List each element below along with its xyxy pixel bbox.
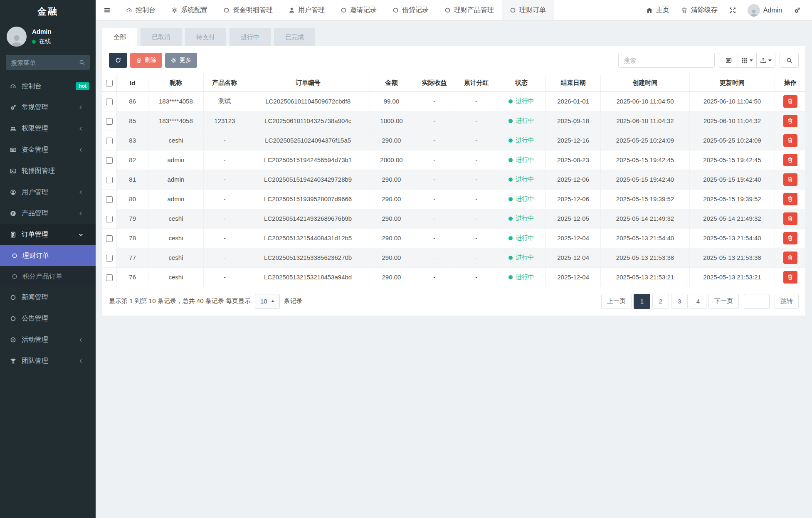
home-link[interactable]: 主页 bbox=[646, 6, 669, 15]
row-checkbox[interactable] bbox=[106, 157, 113, 164]
row-checkbox[interactable] bbox=[106, 216, 113, 222]
cell-actions bbox=[775, 91, 805, 111]
detail-view-button[interactable] bbox=[719, 53, 738, 68]
cell-updated-at: 2025-05-14 21:49:32 bbox=[689, 209, 775, 228]
orders-table: Id昵称产品名称订单编号金额实际收益累计分红状态结束日期创建时间更新时间操作 8… bbox=[102, 74, 805, 287]
topnav-tab[interactable]: 系统配置 bbox=[163, 0, 215, 20]
topnav-tab[interactable]: 资金明细管理 bbox=[215, 0, 281, 20]
jump-button[interactable]: 跳转 bbox=[775, 294, 799, 309]
cell-id: 85 bbox=[117, 111, 148, 131]
cell-status: 进行中 bbox=[497, 209, 546, 228]
sidebar-item[interactable]: 资金管理 bbox=[0, 139, 96, 160]
status-dot-icon bbox=[508, 217, 513, 221]
clear-cache-link[interactable]: 清除缓存 bbox=[681, 6, 718, 15]
delete-row-button[interactable] bbox=[783, 193, 797, 205]
cell-cumulative-dividend: - bbox=[456, 111, 497, 131]
sidebar-item[interactable]: 公告管理 bbox=[0, 308, 96, 329]
cell-product-name: - bbox=[203, 150, 246, 170]
sidebar-item[interactable]: 轮播图管理 bbox=[0, 160, 96, 182]
page-number-button[interactable]: 1 bbox=[634, 294, 650, 309]
search-icon[interactable] bbox=[79, 59, 85, 65]
cell-status: 进行中 bbox=[497, 170, 546, 189]
user-menu[interactable]: Admin bbox=[748, 4, 782, 17]
sidebar-item[interactable]: 新闻管理 bbox=[0, 287, 96, 308]
columns-button[interactable] bbox=[738, 53, 757, 68]
sidebar-item[interactable]: 常规管理 bbox=[0, 97, 96, 118]
delete-row-button[interactable] bbox=[783, 115, 797, 127]
orders-icon bbox=[9, 232, 17, 238]
sidebar-toggle-button[interactable] bbox=[96, 0, 118, 20]
delete-row-button[interactable] bbox=[783, 212, 797, 225]
sidebar-item[interactable]: 活动管理 bbox=[0, 329, 96, 350]
topnav-tab[interactable]: 借贷记录 bbox=[385, 0, 437, 20]
detail-view-icon bbox=[726, 57, 732, 64]
delete-button[interactable]: 删除 bbox=[130, 53, 162, 68]
topnav-tab[interactable]: 理财产品管理 bbox=[437, 0, 502, 20]
page-size-select[interactable]: 10 bbox=[255, 294, 280, 309]
topnav-tab[interactable]: 邀请记录 bbox=[333, 0, 385, 20]
more-button[interactable]: 更多 bbox=[165, 53, 197, 68]
row-checkbox[interactable] bbox=[106, 196, 113, 203]
filter-tab[interactable]: 进行中 bbox=[230, 28, 271, 46]
page-number-button[interactable]: 2 bbox=[652, 294, 669, 309]
refresh-button[interactable] bbox=[109, 53, 127, 68]
sidebar-item[interactable]: 用户管理 bbox=[0, 182, 96, 203]
chevron-left-icon bbox=[77, 105, 85, 110]
filter-tab[interactable]: 待支付 bbox=[185, 28, 226, 46]
topnav-tab[interactable]: 用户管理 bbox=[281, 0, 333, 20]
delete-row-button[interactable] bbox=[783, 95, 797, 108]
jump-page-input[interactable] bbox=[744, 294, 770, 309]
cell-nickname: ceshi bbox=[148, 267, 203, 287]
fullscreen-button[interactable] bbox=[729, 7, 736, 14]
row-checkbox[interactable] bbox=[106, 99, 113, 105]
table-search-input[interactable] bbox=[618, 53, 715, 68]
table-row: 80admin-LC202505151939528007d9666290.00-… bbox=[102, 189, 805, 209]
search-button[interactable] bbox=[780, 53, 799, 68]
select-all-checkbox[interactable] bbox=[106, 80, 113, 86]
row-checkbox[interactable] bbox=[106, 255, 113, 261]
delete-row-button[interactable] bbox=[783, 154, 797, 166]
filter-tab[interactable]: 已取消 bbox=[141, 28, 182, 46]
row-checkbox[interactable] bbox=[106, 118, 113, 125]
status-badge: 进行中 bbox=[508, 273, 534, 281]
page-number-button[interactable]: 3 bbox=[671, 294, 688, 309]
sidebar-search-input[interactable] bbox=[11, 59, 79, 66]
cell-id: 79 bbox=[117, 209, 148, 228]
delete-row-button[interactable] bbox=[783, 173, 797, 186]
table-row: 81admin-LC202505151942403429728b9290.00-… bbox=[102, 170, 805, 189]
export-button[interactable] bbox=[756, 53, 775, 68]
filter-tab[interactable]: 已完成 bbox=[274, 28, 315, 46]
cell-actual-income: - bbox=[413, 111, 456, 131]
sidebar-item[interactable]: 控制台hot bbox=[0, 76, 96, 97]
chevron-left-icon bbox=[77, 190, 85, 195]
prev-page-button[interactable]: 上一页 bbox=[601, 294, 632, 309]
delete-row-button[interactable] bbox=[783, 252, 797, 264]
sidebar-subitem[interactable]: 理财订单 bbox=[0, 245, 96, 266]
filter-tab[interactable]: 全部 bbox=[102, 28, 137, 46]
next-page-button[interactable]: 下一页 bbox=[708, 294, 739, 309]
cell-actual-income: - bbox=[413, 131, 456, 150]
page-number-button[interactable]: 4 bbox=[690, 294, 706, 309]
sidebar-item[interactable]: 订单管理 bbox=[0, 224, 96, 245]
cell-amount: 290.00 bbox=[370, 209, 413, 228]
row-checkbox[interactable] bbox=[106, 138, 113, 144]
row-checkbox[interactable] bbox=[106, 177, 113, 183]
settings-button[interactable] bbox=[794, 7, 800, 14]
row-checkbox[interactable] bbox=[106, 235, 113, 242]
topnav-tab[interactable]: 控制台 bbox=[118, 0, 163, 20]
sidebar-item[interactable]: P产品管理 bbox=[0, 203, 96, 224]
topnav-tab[interactable]: 理财订单 bbox=[502, 0, 554, 20]
money-icon bbox=[9, 147, 17, 153]
fullscreen-icon bbox=[729, 7, 736, 14]
sidebar-subitem[interactable]: 积分产品订单 bbox=[0, 266, 96, 287]
sidebar-item[interactable]: 团队管理 bbox=[0, 350, 96, 372]
select-all-checkbox-cell bbox=[102, 74, 117, 91]
cell-order-no: LC202505151942403429728b9 bbox=[246, 170, 370, 189]
delete-row-button[interactable] bbox=[783, 134, 797, 147]
delete-row-button[interactable] bbox=[783, 232, 797, 244]
delete-row-button[interactable] bbox=[783, 271, 797, 284]
circle-o-icon bbox=[223, 7, 230, 13]
sidebar-item[interactable]: 权限管理 bbox=[0, 118, 96, 139]
row-checkbox[interactable] bbox=[106, 274, 113, 281]
cell-amount: 290.00 bbox=[370, 170, 413, 189]
